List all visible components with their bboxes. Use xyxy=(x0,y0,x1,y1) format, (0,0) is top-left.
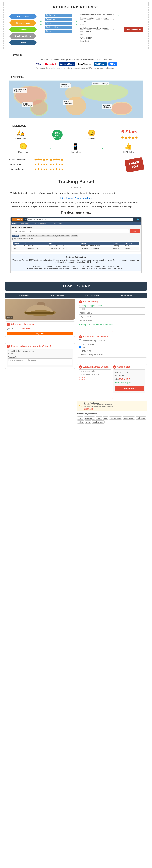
fb-icon: f xyxy=(135,218,136,221)
step-4-badge: 4 xyxy=(79,335,82,338)
svg-point-9 xyxy=(111,102,131,114)
feedback-row1: 🛵 Receive items → 100%MONEY BACKGUARANTE… xyxy=(9,129,143,140)
tracking-divider: • • •✦• • • xyxy=(10,186,142,189)
track-search-bar: Search xyxy=(12,229,140,233)
alipay-icon: AliPay xyxy=(108,62,117,66)
howtopay-title: HOW TO PAY xyxy=(5,282,147,290)
address-line1-input[interactable] xyxy=(79,311,145,315)
return-right-column: Please contact us to check it did we sub… xyxy=(80,13,114,43)
pm-yandex[interactable]: Yandex.Money xyxy=(92,421,105,424)
benefit-4: Secure Payment xyxy=(121,294,134,297)
track-screenshot: 17TRACK ▶ www.17track.net/zh-cn f 🐦 Home… xyxy=(10,217,142,273)
tw-icon: 🐦 xyxy=(137,218,140,221)
choose-payment-label: Choose payment term xyxy=(77,413,147,415)
extra-equipment-label: Extra equipment xyxy=(8,356,72,359)
th-no: No xyxy=(23,242,48,245)
return-arrows: → → → → → xyxy=(38,13,43,29)
rating-described: Item as Described: ★★★★★ ★★★★★ xyxy=(9,158,122,162)
track-tab-export[interactable]: Export xyxy=(71,235,78,237)
return-refunds-title: RETURN AND REFUNDS xyxy=(9,5,143,11)
5stars-label: 5 Stars xyxy=(121,129,138,135)
address-name-input[interactable] xyxy=(79,307,145,311)
arrow-icon-5: → xyxy=(100,146,104,151)
ratings-left: Item as Described: ★★★★★ ★★★★★ Communica… xyxy=(9,158,122,172)
track-results-label: query results are displayed xyxy=(12,238,140,240)
benefits-bar: Fast Delivery Quality Guarantee Customer… xyxy=(5,293,147,298)
rating-ship-stars2: ★★★★★ xyxy=(49,167,64,171)
track-row-1: All 15149949636 2014-11-14 13:48 (UTC+8)… xyxy=(13,245,139,247)
svg-rect-11 xyxy=(25,312,54,314)
step-6-title: 6 Confirm order xyxy=(113,365,145,369)
benefit-1: Fast Delivery xyxy=(18,294,29,297)
tracking-link[interactable]: https://www.17track.net/zh-cn xyxy=(10,197,142,199)
pm-bank[interactable]: Bank Transfer xyxy=(123,416,135,420)
track-url-bar: www.17track.net/zh-cn xyxy=(27,218,133,221)
pm-qiwi[interactable]: QIWI xyxy=(85,421,91,424)
map-australia: Australia15-40days xyxy=(102,104,112,109)
shipping-standard-radio[interactable] xyxy=(79,339,81,341)
map-africa: Africa25-60days xyxy=(63,100,73,105)
track-tab-translate[interactable]: 7 Day Unfamiliar Terms xyxy=(51,235,70,237)
pm-mc[interactable]: MasterCard xyxy=(84,416,95,420)
pm-boleto[interactable]: Boleto xyxy=(77,421,84,424)
arrow-icon-4: → xyxy=(47,146,52,151)
svg-point-4 xyxy=(66,96,86,115)
benefit-3: Customer Service xyxy=(85,294,99,297)
howtopay-left: Product 1 Click it and place order Qty: … xyxy=(5,299,75,424)
pm-amex[interactable]: Amex xyxy=(96,416,102,420)
track-tab-caev[interactable]: Caev xyxy=(20,235,26,237)
seller-message-input[interactable] xyxy=(8,359,72,365)
track-nav-freight[interactable]: Track Freight xyxy=(52,222,63,224)
step-4-box: 4 Choose express delivery Standard Shipp… xyxy=(77,334,147,358)
qty-input[interactable] xyxy=(11,327,21,330)
return-mid-other: Others xyxy=(45,30,72,33)
howtopay-right: 3 Fill in order qty ✔ Fill in your shipp… xyxy=(77,299,147,424)
address-phone-input[interactable] xyxy=(79,319,145,322)
map-russia: Russia 15-25days xyxy=(92,82,109,85)
step-5-area: 5 Apply AliExpress Coupon - The AliExpre… xyxy=(79,365,111,393)
track-nav-home[interactable]: Home xyxy=(12,222,17,224)
howtopay-section: HOW TO PAY Fast Delivery Quality Guarant… xyxy=(2,279,150,426)
rating-ship-label: Shipping Speed: xyxy=(9,168,33,170)
coupon-input[interactable] xyxy=(79,369,111,373)
pm-wm[interactable]: WebMoney xyxy=(136,416,146,420)
return-mid-return-lost: Return/Lost xyxy=(45,18,72,21)
place-order-button[interactable]: Place Order xyxy=(115,386,144,391)
track-search-input[interactable] xyxy=(12,229,129,233)
track-nav-postal[interactable]: Postal Shipments xyxy=(19,222,32,224)
guarantee-badge: 100%MONEY BACKGUARANTEE xyxy=(52,129,63,140)
pm-jcb[interactable]: JCB xyxy=(103,416,108,420)
return-mid-on-way: On the way xyxy=(45,13,72,17)
step1-price: US$ 14.90 xyxy=(22,328,30,330)
rating-described-stars2: ★★★★★ xyxy=(49,158,64,162)
payment-title: PAYMENT xyxy=(9,54,143,57)
return-item-received: Received xyxy=(9,27,37,32)
pm-visa[interactable]: VISA xyxy=(77,416,83,420)
track-tab-notrackerror[interactable]: No Track Error xyxy=(27,235,40,237)
solve-icon: 👍 xyxy=(124,143,132,150)
map-europe: Europe10-25days xyxy=(60,83,71,88)
unsatisfied-label: Unsatisfied xyxy=(18,151,29,153)
address-city-input[interactable] xyxy=(79,315,145,318)
westernunion-icon: Western Union xyxy=(59,62,75,66)
buy-now-button[interactable]: Buy Now xyxy=(7,332,73,335)
order-total: US$ 14.90 xyxy=(119,378,130,380)
step-5-6-box: 5 Apply AliExpress Coupon - The AliExpre… xyxy=(77,364,147,395)
track-tabs: Group Caev No Track Error Track Email 7 … xyxy=(12,235,140,237)
track-tab-group[interactable]: Group xyxy=(12,235,19,237)
track-nav-express[interactable]: International Express xyxy=(34,222,50,224)
shipping-other-radio[interactable] xyxy=(79,350,81,352)
return-item-quality: Quality problems xyxy=(9,33,37,39)
payment-note: We support the following payment methods… xyxy=(9,67,143,69)
svg-point-5 xyxy=(81,84,128,101)
return-mid-quality: Quality problem xyxy=(45,26,72,29)
pm-wu[interactable]: Western Union xyxy=(109,416,122,420)
track-search-button[interactable]: Search xyxy=(130,229,140,233)
return-item-not-received: Not received xyxy=(9,13,37,19)
arrow-icon-1: → xyxy=(37,132,42,137)
shipping-ems-radio[interactable] xyxy=(79,343,81,345)
shipping-free-radio[interactable] xyxy=(79,346,81,348)
rating-shipping: Shipping Speed: ★★★★★ ★★★★★ xyxy=(9,167,122,171)
step-3-badge: 3 xyxy=(79,300,82,304)
track-tab-email[interactable]: Track Email xyxy=(40,235,51,237)
